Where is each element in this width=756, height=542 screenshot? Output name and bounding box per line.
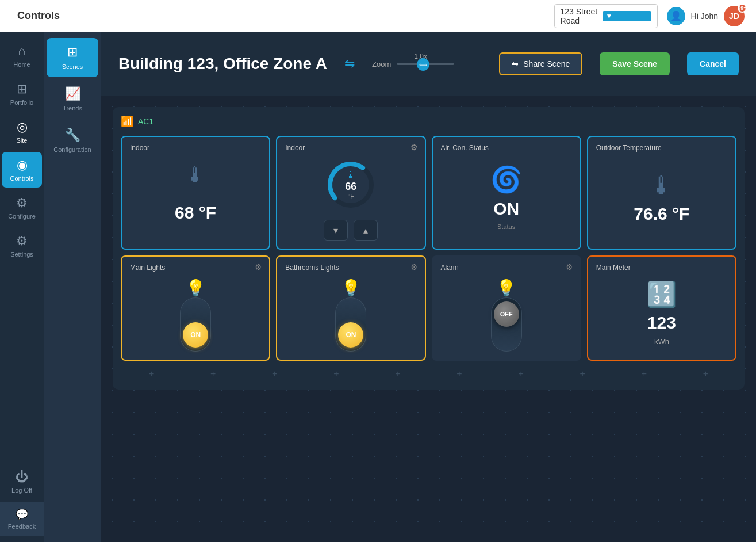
feedback-icon: 💬 bbox=[16, 508, 28, 521]
user-area: 👤 Hi John JD 99+ bbox=[667, 6, 745, 26]
ac-panel-header: 📶 AC1 bbox=[121, 115, 736, 128]
bathroom-lights-title: Bathrooms Lights bbox=[285, 264, 339, 272]
indoor-control-title: Indoor bbox=[285, 144, 305, 152]
sidebar-item-site[interactable]: ◎ Site bbox=[2, 114, 42, 150]
toggle-on-main[interactable]: ON bbox=[180, 297, 211, 352]
configuration-icon: 🔧 bbox=[65, 128, 80, 143]
gauge-unit: °F bbox=[348, 193, 354, 200]
plus-row: + + + + + + + + + + bbox=[121, 367, 736, 381]
ac-panel: 📶 AC1 Indoor 🌡 68 °F Indoor ⚙ bbox=[113, 107, 745, 390]
toggle-knob-off-alarm: OFF bbox=[494, 301, 519, 327]
widgets-row1: Indoor 🌡 68 °F Indoor ⚙ 🌡 bbox=[121, 136, 736, 250]
widget-outdoor-temp: Outdoor Temperature 🌡 76.6 °F bbox=[587, 136, 736, 250]
scene-title: Building 123, Office Zone A bbox=[118, 55, 327, 73]
settings-icon: ⚙ bbox=[16, 234, 28, 249]
sidebar-item-logoff[interactable]: ⏻ Log Off bbox=[2, 464, 42, 499]
gauge-temp-value: 66 bbox=[345, 181, 356, 193]
gear-icon[interactable]: ⚙ bbox=[410, 143, 418, 152]
toggle-widget-main-lights: 💡 ON bbox=[180, 278, 211, 352]
widget-ac-status: Air. Con. Status 🌀 ON Status bbox=[432, 136, 581, 250]
increase-button[interactable]: ▴ bbox=[354, 220, 378, 241]
sidebar2: ⊞ Scenes 📈 Trends 🔧 Configuration bbox=[44, 32, 101, 542]
cancel-label: Cancel bbox=[700, 59, 726, 68]
gear-icon-lights[interactable]: ⚙ bbox=[255, 262, 262, 272]
trends-icon: 📈 bbox=[65, 86, 80, 101]
avatar[interactable]: JD 99+ bbox=[724, 6, 745, 26]
decrease-button[interactable]: ▾ bbox=[324, 220, 348, 241]
scenes-icon: ⊞ bbox=[67, 45, 78, 60]
share-scene-label: Share Scene bbox=[523, 59, 570, 68]
ac-label: AC1 bbox=[138, 117, 153, 126]
ac-wifi-icon: 📶 bbox=[121, 115, 133, 128]
share-network-icon[interactable]: ⇋ bbox=[344, 56, 355, 71]
alarm-title: Alarm bbox=[441, 264, 459, 272]
chevron-down-icon: ▼ bbox=[603, 11, 651, 21]
bulb-icon: 💡 bbox=[186, 278, 206, 297]
portfolio-icon: ⊞ bbox=[17, 82, 27, 97]
zoom-thumb[interactable]: ⟺ bbox=[417, 58, 429, 71]
feedback-button[interactable]: 💬 Feedback bbox=[0, 502, 44, 536]
scene-header: Building 123, Office Zone A ⇋ Zoom 1.0x … bbox=[101, 32, 756, 96]
gear-icon-alarm[interactable]: ⚙ bbox=[566, 262, 573, 272]
gauge-center: 🌡 66 °F bbox=[345, 170, 356, 200]
site-icon: ◎ bbox=[17, 120, 28, 135]
avatar-initials: JD bbox=[729, 12, 739, 21]
sidebar-item-settings[interactable]: ⚙ Settings bbox=[2, 228, 42, 264]
ac-status-title: Air. Con. Status bbox=[441, 144, 489, 152]
sidebar2-item-scenes[interactable]: ⊞ Scenes bbox=[47, 38, 98, 77]
address-selector[interactable]: 123 Street Road ▼ bbox=[554, 4, 658, 28]
cancel-button[interactable]: Cancel bbox=[687, 52, 739, 75]
sidebar2-item-configuration[interactable]: 🔧 Configuration bbox=[47, 121, 98, 160]
main-content: Building 123, Office Zone A ⇋ Zoom 1.0x … bbox=[101, 32, 756, 542]
user-greeting: Hi John bbox=[691, 12, 718, 21]
widget-indoor-control: Indoor ⚙ 🌡 66 °F ▾ bbox=[276, 136, 425, 250]
topbar: Controls 123 Street Road ▼ 👤 Hi John JD … bbox=[0, 0, 756, 32]
zoom-area: Zoom 1.0x ⟺ bbox=[372, 60, 454, 68]
feedback-label: Feedback bbox=[8, 523, 36, 530]
bulb-icon-alarm: 💡 bbox=[496, 278, 516, 297]
save-scene-label: Save Scene bbox=[612, 59, 657, 68]
outdoor-temp-value: 76.6 °F bbox=[634, 204, 689, 224]
meter-icon: 🔢 bbox=[647, 280, 677, 308]
gear-icon-bathroom[interactable]: ⚙ bbox=[410, 262, 418, 272]
save-scene-button[interactable]: Save Scene bbox=[600, 52, 670, 75]
sidebar-item-portfolio[interactable]: ⊞ Portfolio bbox=[2, 76, 42, 112]
sidebar-item-configure[interactable]: ⚙ Configure bbox=[2, 190, 42, 226]
ac-on-value: ON bbox=[493, 199, 519, 219]
bulb-icon-bathroom: 💡 bbox=[341, 278, 361, 297]
user-icon: 👤 bbox=[667, 7, 685, 25]
widget-indoor-temp: Indoor 🌡 68 °F bbox=[121, 136, 270, 250]
configure-icon: ⚙ bbox=[16, 196, 28, 211]
sidebar2-item-trends[interactable]: 📈 Trends bbox=[47, 79, 98, 119]
indoor-temp-value: 68 °F bbox=[175, 203, 216, 223]
logoff-icon: ⏻ bbox=[16, 470, 28, 484]
toggle-knob-on-bathroom: ON bbox=[338, 322, 363, 348]
ud-buttons: ▾ ▴ bbox=[324, 220, 378, 241]
circular-gauge: 🌡 66 °F bbox=[325, 159, 377, 211]
share-icon: ⇋ bbox=[512, 59, 519, 68]
grid-area: 📶 AC1 Indoor 🌡 68 °F Indoor ⚙ bbox=[101, 96, 756, 542]
indoor-temp-title: Indoor bbox=[130, 144, 149, 152]
meter-value: 123 bbox=[647, 313, 676, 333]
share-scene-button[interactable]: ⇋ Share Scene bbox=[499, 52, 582, 75]
zoom-label: Zoom bbox=[372, 60, 391, 68]
outdoor-temp-title: Outdoor Temperature bbox=[596, 144, 662, 152]
meter-unit: kWh bbox=[654, 337, 669, 346]
main-lights-title: Main Lights bbox=[130, 264, 165, 272]
status-label: Status bbox=[497, 223, 515, 230]
zoom-track[interactable]: 1.0x ⟺ bbox=[397, 63, 454, 65]
sidebar-item-controls[interactable]: ◉ Controls bbox=[2, 152, 42, 188]
widget-bathroom-lights: Bathrooms Lights ⚙ 💡 ON bbox=[276, 255, 425, 361]
toggle-widget-alarm: 💡 OFF bbox=[491, 278, 522, 352]
toggle-on-bathroom[interactable]: ON bbox=[335, 297, 366, 352]
toggle-widget-bathroom-lights: 💡 ON bbox=[335, 278, 366, 352]
controls-icon: ◉ bbox=[17, 158, 28, 173]
ac-status-icon: 🌀 bbox=[490, 165, 522, 194]
toggle-off-alarm[interactable]: OFF bbox=[491, 297, 522, 352]
toggle-knob-on-main: ON bbox=[183, 322, 208, 348]
outdoor-icon: 🌡 bbox=[649, 171, 674, 200]
sidebar-item-home[interactable]: ⌂ Home bbox=[2, 38, 42, 74]
notification-badge: 99+ bbox=[738, 3, 747, 13]
widget-alarm: Alarm ⚙ 💡 OFF bbox=[432, 255, 581, 361]
topbar-title: Controls bbox=[17, 10, 60, 22]
